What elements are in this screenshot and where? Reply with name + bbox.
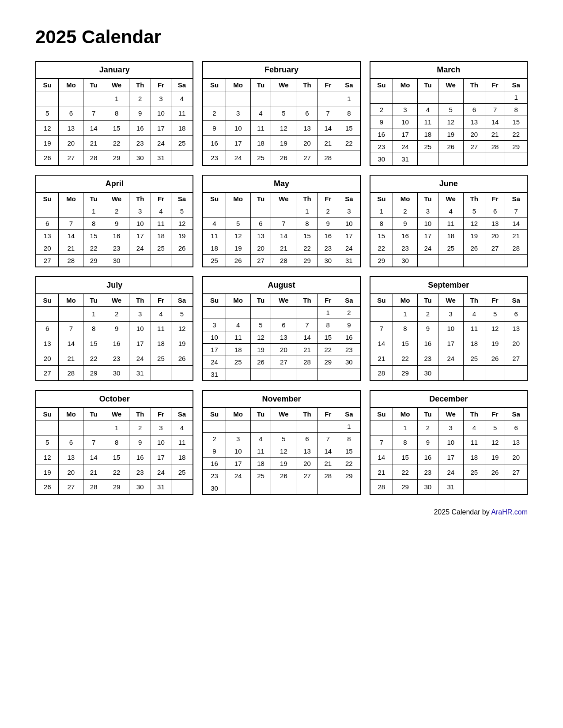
day-cell-12: 12 — [485, 435, 505, 450]
day-cell-3: 3 — [438, 307, 463, 322]
day-cell-29: 29 — [104, 150, 129, 165]
day-header-su: Su — [36, 192, 59, 205]
empty-cell — [438, 91, 463, 104]
day-cell-21: 21 — [505, 230, 527, 242]
day-header-tu: Tu — [417, 192, 438, 205]
day-cell-1: 1 — [393, 420, 417, 435]
day-cell-6: 6 — [505, 307, 527, 322]
day-cell-24: 24 — [129, 351, 151, 366]
day-cell-23: 23 — [129, 465, 151, 480]
day-cell-7: 7 — [59, 321, 83, 336]
day-cell-1: 1 — [83, 205, 104, 218]
day-header-tu: Tu — [250, 79, 271, 91]
day-cell-19: 19 — [171, 230, 193, 242]
empty-cell — [250, 205, 271, 218]
month-calendar-july: JulySuMoTuWeThFrSa1234567891011121314151… — [35, 276, 193, 381]
empty-cell — [250, 91, 271, 106]
day-cell-3: 3 — [338, 205, 360, 218]
empty-cell — [370, 91, 393, 104]
day-header-tu: Tu — [83, 192, 104, 205]
month-calendar-march: MarchSuMoTuWeThFrSa123456789101112131415… — [370, 61, 528, 166]
day-header-th: Th — [296, 408, 318, 420]
day-header-su: Su — [36, 408, 59, 420]
day-cell-29: 29 — [393, 366, 417, 381]
day-cell-30: 30 — [370, 153, 393, 166]
day-header-sa: Sa — [171, 408, 193, 420]
day-cell-13: 13 — [505, 435, 527, 450]
day-header-we: We — [104, 79, 129, 91]
day-cell-21: 21 — [370, 465, 393, 480]
day-cell-11: 11 — [171, 106, 193, 121]
empty-cell — [250, 420, 271, 433]
day-cell-14: 14 — [271, 230, 296, 242]
day-cell-13: 13 — [36, 230, 59, 242]
empty-cell — [226, 420, 250, 433]
empty-cell — [370, 420, 393, 435]
footer-link[interactable]: AraHR.com — [491, 508, 528, 516]
day-cell-24: 24 — [151, 135, 171, 150]
empty-cell — [59, 91, 83, 106]
day-cell-15: 15 — [393, 450, 417, 465]
day-cell-11: 11 — [226, 331, 250, 344]
empty-cell — [485, 91, 505, 104]
day-cell-13: 13 — [296, 445, 318, 458]
day-cell-19: 19 — [36, 135, 59, 150]
empty-cell — [318, 420, 338, 433]
empty-cell — [417, 91, 438, 104]
day-cell-15: 15 — [104, 121, 129, 136]
day-cell-20: 20 — [271, 344, 296, 356]
day-cell-19: 19 — [485, 450, 505, 465]
day-cell-30: 30 — [338, 356, 360, 368]
day-header-tu: Tu — [83, 294, 104, 307]
day-cell-11: 11 — [438, 218, 463, 230]
day-cell-19: 19 — [226, 242, 250, 255]
day-cell-26: 26 — [36, 150, 59, 165]
day-cell-18: 18 — [171, 121, 193, 136]
day-header-th: Th — [129, 79, 151, 91]
day-cell-10: 10 — [151, 106, 171, 121]
day-cell-16: 16 — [104, 336, 129, 351]
day-cell-28: 28 — [505, 242, 527, 255]
day-cell-8: 8 — [83, 218, 104, 230]
day-cell-21: 21 — [271, 242, 296, 255]
day-cell-14: 14 — [296, 331, 318, 344]
page-title: 2025 Calendar — [35, 26, 528, 48]
day-cell-7: 7 — [271, 218, 296, 230]
day-cell-17: 17 — [203, 344, 226, 356]
day-cell-2: 2 — [129, 420, 151, 435]
day-cell-9: 9 — [338, 319, 360, 331]
empty-cell — [271, 91, 296, 106]
day-header-su: Su — [370, 192, 393, 205]
day-cell-27: 27 — [485, 242, 505, 255]
empty-cell — [271, 368, 296, 381]
day-cell-19: 19 — [271, 135, 296, 150]
day-cell-7: 7 — [505, 205, 527, 218]
day-cell-6: 6 — [505, 420, 527, 435]
day-cell-27: 27 — [250, 255, 271, 267]
day-cell-25: 25 — [250, 150, 271, 165]
day-cell-23: 23 — [129, 135, 151, 150]
day-cell-17: 17 — [129, 336, 151, 351]
day-cell-1: 1 — [338, 91, 360, 106]
day-cell-4: 4 — [250, 106, 271, 121]
month-calendar-october: OctoberSuMoTuWeThFrSa1234567891011121314… — [35, 390, 193, 495]
day-cell-16: 16 — [417, 336, 438, 351]
day-cell-3: 3 — [226, 433, 250, 445]
day-cell-20: 20 — [59, 465, 83, 480]
day-cell-20: 20 — [296, 458, 318, 470]
day-header-sa: Sa — [505, 79, 527, 91]
day-cell-26: 26 — [485, 465, 505, 480]
day-header-th: Th — [129, 192, 151, 205]
day-cell-5: 5 — [438, 104, 463, 116]
day-header-sa: Sa — [505, 408, 527, 420]
day-cell-26: 26 — [226, 255, 250, 267]
day-cell-17: 17 — [438, 336, 463, 351]
day-cell-3: 3 — [393, 104, 417, 116]
day-cell-10: 10 — [226, 445, 250, 458]
day-header-th: Th — [463, 408, 485, 420]
day-cell-2: 2 — [417, 307, 438, 322]
month-title-may: May — [203, 175, 360, 192]
month-calendar-february: FebruarySuMoTuWeThFrSa123456789101112131… — [202, 61, 360, 166]
day-cell-19: 19 — [438, 128, 463, 141]
day-cell-8: 8 — [104, 435, 129, 450]
